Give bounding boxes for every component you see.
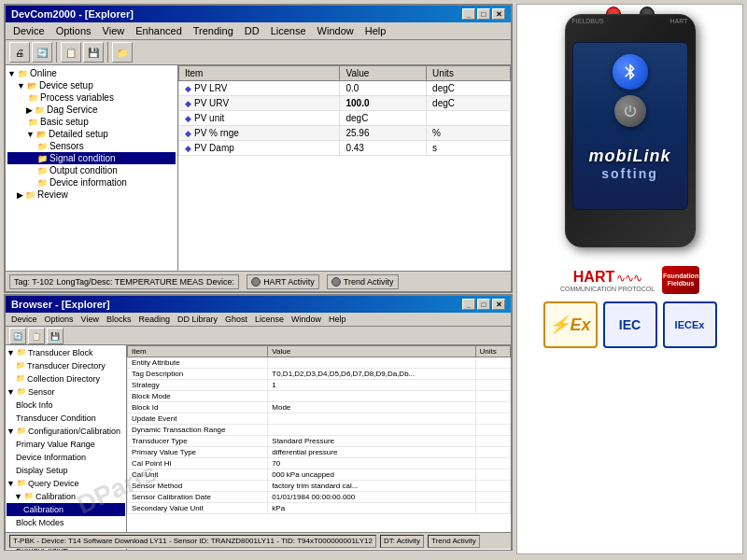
menu-dd[interactable]: DD xyxy=(239,23,265,38)
maximize-button-top[interactable]: □ xyxy=(477,8,490,20)
tree-output-condition[interactable]: 📁 Output condition xyxy=(7,164,176,176)
tree-label-diag: Dag Service xyxy=(47,105,97,115)
maximize-button-bottom[interactable]: □ xyxy=(477,299,490,310)
toolbar-btn-2[interactable]: 🔄 xyxy=(32,42,52,63)
menu-trending[interactable]: Trending xyxy=(188,23,239,38)
menu-view[interactable]: View xyxy=(97,23,131,38)
table-row[interactable]: Strategy 1 xyxy=(128,380,511,391)
table-row[interactable]: ◆PV unit degC xyxy=(179,111,511,126)
tree-label-blockmodes: Block Modes xyxy=(16,516,64,529)
table-row[interactable]: Sensor Calibration Date 01/01/1984 00:00… xyxy=(128,492,511,503)
menu-enhanced[interactable]: Enhanced xyxy=(130,23,188,38)
tree-b-config-cal[interactable]: ▼ 📁 Configuration/Calibration xyxy=(7,425,125,438)
status-b-right-text: Trend Activity xyxy=(431,537,476,545)
minimize-button-bottom[interactable]: _ xyxy=(462,299,475,310)
table-row[interactable]: ◆PV Damp 0.43 s xyxy=(179,141,511,156)
tree-basic-setup[interactable]: 📁 Basic setup xyxy=(7,116,176,128)
menu-b-window[interactable]: Window xyxy=(288,314,325,325)
menu-options[interactable]: Options xyxy=(50,23,97,38)
table-row[interactable]: ◆PV URV 100.0 degC xyxy=(179,96,511,111)
menu-b-ghost[interactable]: Ghost xyxy=(221,314,251,325)
table-row[interactable]: Update Event xyxy=(128,413,511,425)
menu-b-ddlibrary[interactable]: DD Library xyxy=(174,314,221,325)
status-b-right: Trend Activity xyxy=(428,535,480,548)
toolbar-btn-5[interactable]: 📁 xyxy=(112,42,133,63)
power-button[interactable] xyxy=(614,95,646,127)
table-row[interactable]: Cal Point Hi 70 xyxy=(128,458,511,469)
tree-b-trans-dir[interactable]: 📁 Transducer Directory xyxy=(7,359,125,372)
tree-label-devinfo: Device information xyxy=(49,177,127,188)
table-row[interactable]: Block Mode xyxy=(128,391,511,402)
menu-device[interactable]: Device xyxy=(7,23,50,38)
tree-detailed-setup[interactable]: ▼ 📂 Detailed setup xyxy=(7,128,176,140)
menu-b-view[interactable]: View xyxy=(78,314,103,325)
row-item-0: ◆PV LRV xyxy=(179,81,340,96)
expand-icon-review: ▶ xyxy=(17,190,23,200)
table-row[interactable]: ◆PV % rnge 25.96 % xyxy=(179,126,511,141)
trend-indicator xyxy=(331,277,341,287)
menu-b-reading[interactable]: Reading xyxy=(134,314,174,325)
table-row[interactable]: ◆PV LRV 0.0 degC xyxy=(179,81,511,96)
tree-b-pvrange[interactable]: Primary Value Range xyxy=(7,438,125,451)
menu-b-help[interactable]: Help xyxy=(325,314,350,325)
tree-label-online: Online xyxy=(30,68,57,78)
menu-b-options[interactable]: Options xyxy=(41,314,78,325)
table-row[interactable]: Transducer Type Standard Pressure xyxy=(128,436,511,447)
tree-b-transducer[interactable]: ▼ 📁 Transducer Block xyxy=(7,346,125,359)
trend-activity-label: Trend Activity xyxy=(344,277,394,287)
toolbar-b-btn-3[interactable]: 💾 xyxy=(47,328,63,344)
menu-window[interactable]: Window xyxy=(312,23,359,38)
tree-b-dispsetup[interactable]: Display Setup xyxy=(7,464,125,477)
tree-device-setup[interactable]: ▼ 📂 Device setup xyxy=(7,79,176,91)
b-row-item-23: Secondary Value Unit xyxy=(128,503,268,514)
table-row[interactable]: Secondary Value Unit kPa xyxy=(128,503,511,514)
tree-b-devinfo2[interactable]: Device Information xyxy=(7,451,125,464)
tree-diag-service[interactable]: ▶ 📁 Dag Service xyxy=(7,104,176,116)
close-button-top[interactable]: ✕ xyxy=(492,8,505,20)
toolbar-btn-4[interactable]: 💾 xyxy=(83,42,104,63)
toolbar-b-btn-2[interactable]: 📋 xyxy=(28,328,45,344)
tree-online[interactable]: ▼ 📁 Online xyxy=(7,67,176,79)
tree-b-blockmodes[interactable]: Block Modes xyxy=(7,516,125,529)
tree-b-trans-cond[interactable]: Transducer Condition xyxy=(7,412,125,425)
tree-device-info[interactable]: 📁 Device information xyxy=(7,176,176,189)
tree-b-blockinfo[interactable]: Block Info xyxy=(7,399,125,412)
expand-icon-detailed: ▼ xyxy=(26,130,35,139)
b-row-units-7 xyxy=(475,436,510,447)
table-row[interactable]: Primary Value Type differential pressure xyxy=(128,447,511,458)
tree-b-calibration[interactable]: ▼ 📁 Calibration xyxy=(7,490,125,503)
toolbar-btn-3[interactable]: 📋 xyxy=(61,42,81,63)
status-tag: Tag: T-102 LongTag/Desc: TEMPERATURE MEA… xyxy=(9,274,239,289)
folder-icon-devinfo: 📁 xyxy=(37,178,48,188)
status-tag-text: Tag: T-102 xyxy=(14,277,53,287)
table-row[interactable]: Block Id Mode xyxy=(128,402,511,413)
b-row-units-1 xyxy=(475,369,510,380)
folder-transdir: 📁 xyxy=(16,359,25,372)
toolbar-b-btn-1[interactable]: 🔄 xyxy=(9,328,26,344)
table-row[interactable]: Tag Description T0,D1,D2,D3,D4,D5,D6,D7,… xyxy=(128,369,511,380)
close-button-bottom[interactable]: ✕ xyxy=(492,299,505,310)
table-row[interactable]: Dynamic Transaction Range xyxy=(128,425,511,436)
tree-process-variables[interactable]: 📁 Process variables xyxy=(7,91,176,104)
toolbar-btn-1[interactable]: 🖨 xyxy=(9,42,30,63)
tree-b-sensor[interactable]: ▼ 📁 Sensor xyxy=(7,385,125,399)
hart-logo-row: HART ∿∿∿ COMMUNICATION PROTOCOL Foundati… xyxy=(527,266,733,294)
b-row-val-21: 01/01/1984 00:00:00.000 xyxy=(268,492,475,503)
menu-help[interactable]: Help xyxy=(359,23,392,38)
minimize-button-top[interactable]: _ xyxy=(462,8,475,20)
menu-b-blocks[interactable]: Blocks xyxy=(103,314,135,325)
expand-transducer: ▼ xyxy=(7,346,15,359)
table-row[interactable]: Entity Attribute xyxy=(128,357,511,369)
tree-b-querydevice[interactable]: ▼ 📁 Query Device xyxy=(7,477,125,490)
menu-b-license[interactable]: License xyxy=(251,314,288,325)
table-row[interactable]: Sensor Method factory trim standard cal.… xyxy=(128,481,511,492)
tree-review[interactable]: ▶ 📁 Review xyxy=(7,189,176,201)
bluetooth-button[interactable] xyxy=(613,54,648,90)
table-row[interactable]: Cal Unit 000 kPa uncapped xyxy=(128,469,511,481)
menu-b-device[interactable]: Device xyxy=(7,314,41,325)
tree-b-calibration-selected[interactable]: Calibration xyxy=(7,503,125,516)
tree-signal-condition[interactable]: 📁 Signal condition xyxy=(7,152,176,164)
tree-b-coll-dir[interactable]: 📁 Collection Directory xyxy=(7,372,125,385)
menu-license[interactable]: License xyxy=(265,23,312,38)
tree-sensors[interactable]: 📁 Sensors xyxy=(7,140,176,152)
